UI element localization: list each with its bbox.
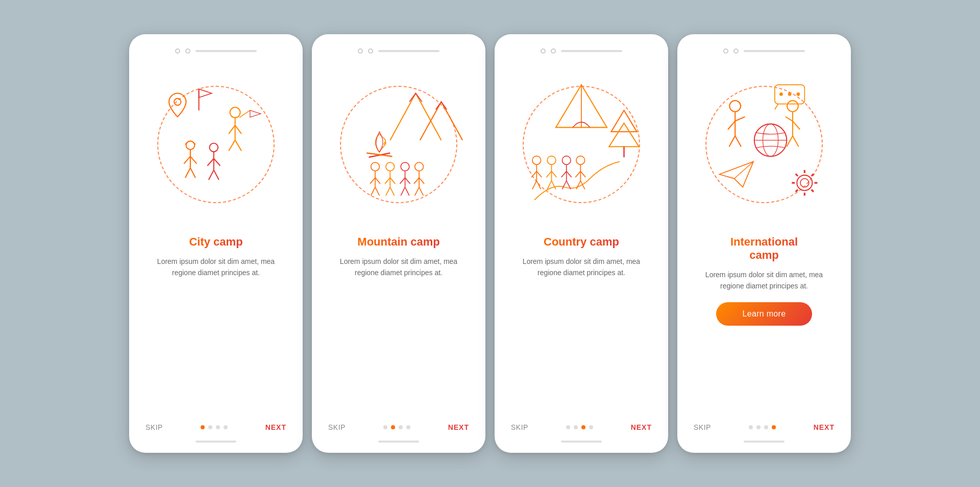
svg-line-99 <box>734 161 754 178</box>
svg-point-101 <box>800 179 809 187</box>
card-bottom-1: SKIP NEXT <box>143 417 288 433</box>
svg-point-92 <box>787 101 798 112</box>
svg-point-72 <box>576 156 585 165</box>
nav-dot <box>566 425 570 429</box>
svg-point-0 <box>174 99 181 105</box>
top-dot <box>723 48 728 54</box>
svg-line-106 <box>796 174 798 176</box>
svg-marker-51 <box>611 110 636 132</box>
nav-dot <box>208 425 212 429</box>
svg-line-15 <box>185 168 190 178</box>
next-button-2[interactable]: NEXT <box>448 423 469 431</box>
top-dot <box>551 48 556 54</box>
svg-line-14 <box>190 156 197 163</box>
city-camp-svg <box>143 63 288 226</box>
svg-line-108 <box>796 190 798 192</box>
next-button-3[interactable]: NEXT <box>631 423 652 431</box>
svg-point-25 <box>371 162 380 171</box>
svg-line-34 <box>390 178 395 184</box>
country-camp-svg <box>509 63 654 226</box>
svg-line-41 <box>401 187 405 196</box>
skip-button-3[interactable]: SKIP <box>511 423 528 431</box>
top-bar-1 <box>143 48 288 54</box>
nav-dot <box>589 425 593 429</box>
top-bar-line <box>744 50 805 52</box>
card-bottom-4: SKIP NEXT <box>692 417 837 433</box>
svg-line-33 <box>385 178 390 184</box>
svg-line-45 <box>414 178 419 184</box>
svg-line-56 <box>531 172 536 178</box>
svg-line-8 <box>235 140 242 151</box>
svg-point-81 <box>796 92 800 96</box>
top-dot <box>185 48 190 54</box>
svg-line-63 <box>552 172 557 178</box>
svg-point-100 <box>797 175 812 190</box>
bottom-handle-3 <box>561 441 602 443</box>
svg-line-9 <box>239 110 250 117</box>
svg-line-109 <box>812 174 814 176</box>
city-camp-body: Lorem ipsum dolor sit dim amet, mea regi… <box>143 256 288 279</box>
phone-card-country-camp: Country camp Lorem ipsum dolor sit dim a… <box>495 34 668 453</box>
phone-card-city-camp: City camp Lorem ipsum dolor sit dim amet… <box>129 34 303 453</box>
svg-point-37 <box>401 162 409 171</box>
svg-point-83 <box>729 101 741 112</box>
learn-more-button[interactable]: Learn more <box>716 302 813 326</box>
svg-line-47 <box>415 187 419 196</box>
svg-line-16 <box>190 168 195 178</box>
mountain-camp-title: Mountain camp <box>357 235 439 249</box>
skip-button-1[interactable]: SKIP <box>145 423 163 431</box>
svg-line-28 <box>375 178 380 184</box>
svg-line-48 <box>419 187 423 196</box>
svg-point-79 <box>779 92 783 96</box>
svg-line-29 <box>371 187 375 196</box>
dots-container-4 <box>749 425 776 429</box>
svg-line-65 <box>552 181 556 189</box>
svg-marker-2 <box>199 89 212 98</box>
nav-dot-active <box>772 425 776 429</box>
nav-dot-active <box>201 425 205 429</box>
country-camp-title: Country camp <box>544 235 619 249</box>
international-camp-title: International camp <box>730 235 798 262</box>
international-camp-illustration <box>692 63 837 226</box>
svg-line-69 <box>567 172 572 178</box>
svg-line-7 <box>229 140 235 151</box>
svg-line-58 <box>532 181 536 189</box>
svg-line-5 <box>229 125 235 134</box>
nav-dot <box>406 425 410 429</box>
svg-marker-98 <box>719 161 753 187</box>
svg-point-17 <box>209 143 218 152</box>
svg-line-27 <box>370 178 375 184</box>
svg-line-40 <box>405 178 410 184</box>
skip-button-4[interactable]: SKIP <box>694 423 711 431</box>
svg-point-31 <box>386 162 395 171</box>
svg-point-66 <box>562 156 571 165</box>
dots-container-1 <box>201 425 228 429</box>
svg-line-22 <box>214 170 219 180</box>
svg-point-60 <box>547 156 556 165</box>
top-bar-3 <box>509 48 654 54</box>
svg-line-46 <box>419 178 424 184</box>
city-camp-illustration <box>143 63 288 226</box>
svg-line-35 <box>386 187 390 196</box>
nav-dot-active <box>391 425 395 429</box>
svg-line-94 <box>786 117 793 121</box>
bottom-handle-2 <box>378 441 419 443</box>
mountain-camp-body: Lorem ipsum dolor sit dim amet, mea regi… <box>326 256 471 279</box>
nav-dot <box>764 425 768 429</box>
dots-container-3 <box>566 425 593 429</box>
nav-dot <box>383 425 387 429</box>
dots-container-2 <box>383 425 410 429</box>
svg-line-74 <box>575 172 580 178</box>
next-button-4[interactable]: NEXT <box>814 423 835 431</box>
top-dot <box>733 48 739 54</box>
nav-dot <box>756 425 761 429</box>
svg-line-86 <box>735 117 745 121</box>
skip-button-2[interactable]: SKIP <box>328 423 346 431</box>
bottom-handle-4 <box>744 441 785 443</box>
top-dot <box>358 48 363 54</box>
nav-dot <box>399 425 403 429</box>
phone-card-international-camp: International camp Lorem ipsum dolor sit… <box>677 34 851 453</box>
svg-line-13 <box>184 156 190 163</box>
svg-line-19 <box>207 159 214 166</box>
next-button-1[interactable]: NEXT <box>265 423 286 431</box>
